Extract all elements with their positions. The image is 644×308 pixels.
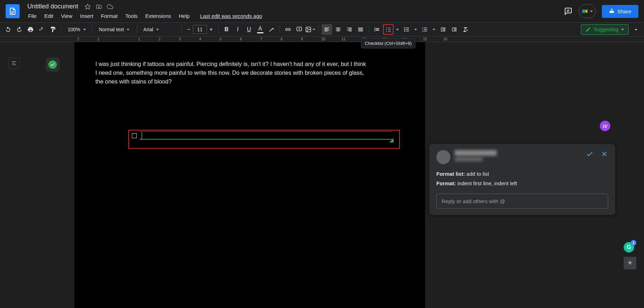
collaborator-avatar[interactable]: w xyxy=(600,121,610,131)
print-button[interactable] xyxy=(25,24,36,35)
insert-image-button[interactable] xyxy=(305,24,316,35)
title-bar: Untitled document File Edit View Insert … xyxy=(0,0,644,22)
grammarly-badge: 1 xyxy=(631,240,636,246)
editing-mode-button[interactable]: Suggesting xyxy=(581,24,629,35)
menu-help[interactable]: Help xyxy=(176,12,193,20)
collapse-toolbar-button[interactable] xyxy=(631,24,641,35)
document-page[interactable]: I was just thinking if tattoos are painf… xyxy=(74,42,425,308)
checklist-button[interactable]: Checklist (Ctrl+Shift+9) xyxy=(383,24,394,35)
highlight-color-button[interactable] xyxy=(266,24,277,35)
align-center-button[interactable] xyxy=(333,24,343,35)
svg-point-6 xyxy=(404,27,405,28)
move-icon[interactable] xyxy=(96,4,102,10)
bold-button[interactable]: B xyxy=(221,24,232,35)
clear-formatting-button[interactable] xyxy=(460,24,471,35)
suggestion-line1-value: add to list xyxy=(465,171,489,177)
underline-button[interactable]: U xyxy=(244,24,254,35)
reply-input[interactable]: Reply or add others with @ xyxy=(436,194,608,209)
accept-suggestion-icon[interactable] xyxy=(586,150,593,158)
checklist-tooltip: Checklist (Ctrl+Shift+9) xyxy=(361,38,416,48)
spellcheck-button[interactable] xyxy=(36,24,47,35)
suggestion-line2-label: Format: xyxy=(436,180,456,186)
suggestion-card: Format list: add to list Format: indent … xyxy=(429,144,615,215)
svg-point-7 xyxy=(404,29,405,30)
zoom-dropdown[interactable]: 100% xyxy=(64,24,89,35)
undo-button[interactable] xyxy=(3,24,13,35)
reject-suggestion-icon[interactable] xyxy=(601,150,608,158)
menu-extensions[interactable]: Extensions xyxy=(142,12,174,20)
document-outline-button[interactable] xyxy=(8,58,20,69)
comment-history-icon[interactable] xyxy=(564,7,572,15)
menu-insert[interactable]: Insert xyxy=(77,12,96,20)
text-cursor xyxy=(142,132,142,139)
italic-button[interactable]: I xyxy=(233,24,243,35)
ruler[interactable]: 2 1 1 2 3 4 5 6 7 8 9 10 11 12 13 14 15 … xyxy=(0,36,644,42)
numbered-list-menu-button[interactable] xyxy=(431,24,437,35)
svg-marker-0 xyxy=(85,4,90,9)
explore-button[interactable] xyxy=(624,257,636,269)
document-title[interactable]: Untitled document xyxy=(25,2,80,11)
cloud-status-icon[interactable] xyxy=(107,4,113,10)
comment-timestamp xyxy=(455,157,483,161)
menu-edit[interactable]: Edit xyxy=(41,12,56,20)
align-justify-button[interactable] xyxy=(355,24,366,35)
grammarly-icon[interactable]: G1 xyxy=(624,242,634,253)
insert-link-button[interactable] xyxy=(283,24,293,35)
menu-format[interactable]: Format xyxy=(98,12,121,20)
workspace: I was just thinking if tattoos are painf… xyxy=(0,42,644,308)
suggestion-handle-icon xyxy=(389,138,394,142)
commenter-name xyxy=(455,150,497,156)
checklist-checkbox-icon[interactable] xyxy=(132,133,137,138)
suggestion-underline xyxy=(140,131,392,140)
checklist-menu-button[interactable] xyxy=(394,24,401,35)
redo-button[interactable] xyxy=(14,24,25,35)
menu-file[interactable]: File xyxy=(25,12,39,20)
paragraph-text[interactable]: I was just thinking if tattoos are painf… xyxy=(95,60,369,86)
share-button[interactable]: Share xyxy=(602,5,638,18)
decrease-indent-button[interactable] xyxy=(438,24,448,35)
font-dropdown[interactable]: Arial xyxy=(140,24,179,35)
mode-label: Suggesting xyxy=(594,27,618,32)
add-comment-button[interactable] xyxy=(294,24,304,35)
toolbar: 100% Normal text Arial − + B I U A Check… xyxy=(0,22,644,36)
accept-suggestion-chip[interactable] xyxy=(46,58,60,72)
bulleted-list-button[interactable] xyxy=(401,24,412,35)
suggestion-line2-value: indent first line, indent left xyxy=(456,180,517,186)
commenter-avatar xyxy=(436,150,450,164)
svg-point-8 xyxy=(404,31,405,32)
line-spacing-button[interactable] xyxy=(372,24,382,35)
text-color-button[interactable]: A xyxy=(255,24,266,35)
suggestion-line1-label: Format list: xyxy=(436,171,465,177)
increase-font-button[interactable]: + xyxy=(207,24,215,35)
numbered-list-button[interactable] xyxy=(420,24,430,35)
font-size-input[interactable] xyxy=(193,25,207,34)
paragraph-style-dropdown[interactable]: Normal text xyxy=(95,24,134,35)
align-right-button[interactable] xyxy=(344,24,355,35)
docs-home-icon[interactable] xyxy=(6,4,20,18)
svg-point-5 xyxy=(307,28,308,29)
align-left-button[interactable] xyxy=(322,24,332,35)
last-edit-link[interactable]: Last edit was seconds ago xyxy=(197,12,265,20)
decrease-font-button[interactable]: − xyxy=(185,24,193,35)
meet-button[interactable] xyxy=(579,4,596,18)
bulleted-list-menu-button[interactable] xyxy=(412,24,419,35)
share-label: Share xyxy=(617,8,631,14)
menu-view[interactable]: View xyxy=(58,12,75,20)
menu-bar: File Edit View Insert Format Tools Exten… xyxy=(25,12,265,20)
star-icon[interactable] xyxy=(85,4,91,10)
paint-format-button[interactable] xyxy=(48,24,58,35)
increase-indent-button[interactable] xyxy=(449,24,459,35)
menu-tools[interactable]: Tools xyxy=(122,12,140,20)
